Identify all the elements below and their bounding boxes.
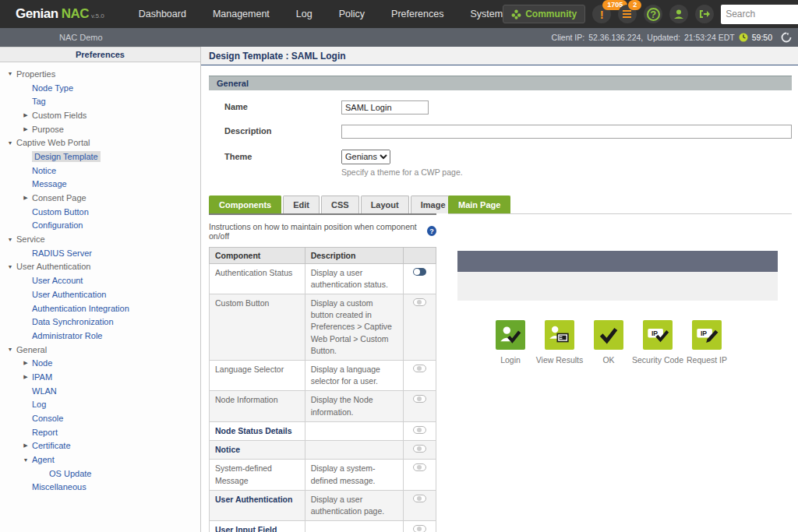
preview-button-request-ip[interactable]: IPRequest IP bbox=[691, 320, 722, 365]
app-logo[interactable]: Genian NAC v.5.0 bbox=[16, 6, 104, 22]
tab-css[interactable]: CSS bbox=[321, 196, 359, 213]
component-name: Node Status Details bbox=[210, 421, 305, 440]
sidebar-item-user-account[interactable]: User Account bbox=[0, 273, 200, 287]
sidebar-item-custom-fields[interactable]: ▶Custom Fields bbox=[0, 108, 200, 122]
expand-arrow-icon[interactable]: ▶ bbox=[22, 360, 30, 366]
sidebar-item-log[interactable]: Log bbox=[0, 398, 200, 412]
sidebar-item-consent-page[interactable]: ▶Consent Page bbox=[0, 191, 200, 205]
sidebar-item-message[interactable]: Message bbox=[0, 178, 200, 192]
preview-button-label: Request IP bbox=[687, 355, 727, 365]
collapse-arrow-icon[interactable]: ▼ bbox=[6, 237, 14, 242]
collapse-arrow-icon[interactable]: ▼ bbox=[6, 71, 14, 76]
description-field[interactable] bbox=[341, 125, 792, 139]
sidebar-item-miscellaneous[interactable]: Miscellaneous bbox=[0, 481, 200, 495]
tab-main-page[interactable]: Main Page bbox=[448, 196, 510, 213]
component-description: Display a system-defined message. bbox=[305, 460, 404, 490]
name-field[interactable] bbox=[341, 100, 429, 115]
preview-button-view-results[interactable]: View Results bbox=[544, 320, 575, 365]
messages-button[interactable]: 2 bbox=[618, 5, 637, 23]
account-button[interactable] bbox=[669, 5, 688, 23]
sidebar-item-administrator-role[interactable]: Administrator Role bbox=[0, 329, 200, 343]
sidebar-item-tag[interactable]: Tag bbox=[0, 94, 200, 108]
menu-log[interactable]: Log bbox=[296, 9, 312, 19]
component-toggle-cell bbox=[404, 421, 436, 440]
tab-edit[interactable]: Edit bbox=[283, 196, 320, 213]
table-row: System-defined MessageDisplay a system-d… bbox=[210, 460, 436, 490]
sidebar-item-authentication-integration[interactable]: Authentication Integration bbox=[0, 301, 200, 315]
expand-arrow-icon[interactable]: ▶ bbox=[22, 126, 30, 132]
page-title: Design Template : SAML Login bbox=[209, 51, 346, 62]
sidebar-item-wlan[interactable]: WLAN bbox=[0, 384, 200, 398]
preview-button-ok[interactable]: OK bbox=[593, 320, 624, 365]
sidebar-item-user-authentication[interactable]: ▼User Authentication bbox=[0, 260, 200, 274]
sidebar-item-custom-button[interactable]: Custom Button bbox=[0, 205, 200, 219]
sidebar-item-node[interactable]: ▶Node bbox=[0, 356, 200, 370]
toggle-notice-off[interactable] bbox=[413, 445, 426, 453]
expand-arrow-icon[interactable]: ▶ bbox=[22, 374, 30, 380]
menu-dashboard[interactable]: Dashboard bbox=[139, 9, 186, 19]
community-button[interactable]: Community bbox=[503, 5, 585, 23]
toggle-user-input-field-off[interactable] bbox=[413, 525, 426, 532]
sidebar-item-label: Purpose bbox=[32, 125, 64, 134]
sidebar-item-captive-web-portal[interactable]: ▼Captive Web Portal bbox=[0, 136, 200, 150]
sidebar-item-properties[interactable]: ▼Properties bbox=[0, 67, 200, 81]
toggle-custom-button-off[interactable] bbox=[413, 298, 426, 306]
sidebar-item-radius-server[interactable]: RADIUS Server bbox=[0, 246, 200, 260]
toggle-language-selector-off[interactable] bbox=[413, 365, 426, 372]
expand-arrow-icon[interactable]: ▶ bbox=[22, 442, 30, 449]
sidebar-item-data-synchronization[interactable]: Data Synchronization bbox=[0, 315, 200, 329]
collapse-arrow-icon[interactable]: ▼ bbox=[6, 347, 14, 352]
column-header-component: Component bbox=[210, 247, 305, 263]
sidebar-item-os-update[interactable]: OS Update bbox=[0, 467, 200, 481]
table-row: User Input Field bbox=[210, 521, 436, 532]
component-toggle-cell bbox=[404, 263, 436, 294]
toggle-system-defined-message-off[interactable] bbox=[413, 463, 426, 471]
sidebar-item-report[interactable]: Report bbox=[0, 425, 200, 439]
sidebar-item-general[interactable]: ▼General bbox=[0, 343, 200, 357]
sidebar-item-notice[interactable]: Notice bbox=[0, 164, 200, 178]
refresh-icon[interactable] bbox=[781, 32, 792, 43]
table-row: Node InformationDisplay the Node informa… bbox=[210, 391, 436, 421]
sidebar-item-certificate[interactable]: ▶Certificate bbox=[0, 439, 200, 453]
view-results-icon bbox=[545, 320, 574, 350]
tab-layout[interactable]: Layout bbox=[361, 196, 409, 213]
sidebar-item-design-template[interactable]: Design Template bbox=[0, 150, 200, 164]
sidebar-item-label: Service bbox=[16, 234, 45, 244]
collapse-arrow-icon[interactable]: ▼ bbox=[6, 140, 14, 146]
preview-button-login[interactable]: Login bbox=[495, 320, 526, 365]
general-section-title: General bbox=[217, 79, 249, 88]
menu-system[interactable]: System bbox=[470, 9, 503, 19]
menu-management[interactable]: Management bbox=[213, 9, 270, 19]
theme-select[interactable]: Genians bbox=[341, 150, 390, 164]
help-button[interactable]: ? bbox=[644, 5, 662, 23]
collapse-arrow-icon[interactable]: ▼ bbox=[6, 264, 14, 270]
tab-components[interactable]: Components bbox=[209, 196, 281, 213]
toggle-user-authentication-off[interactable] bbox=[413, 495, 426, 502]
menu-policy[interactable]: Policy bbox=[339, 9, 365, 19]
expand-arrow-icon[interactable]: ▶ bbox=[22, 112, 30, 118]
toggle-node-status-details-off[interactable] bbox=[413, 426, 426, 434]
toggle-node-information-off[interactable] bbox=[413, 395, 426, 403]
component-name: Authentication Status bbox=[210, 263, 305, 294]
sidebar-item-node-type[interactable]: Node Type bbox=[0, 81, 200, 95]
sidebar-item-configuration[interactable]: Configuration bbox=[0, 219, 200, 233]
sidebar-item-ipam[interactable]: ▶IPAM bbox=[0, 370, 200, 384]
toggle-authentication-status-on[interactable] bbox=[413, 268, 426, 276]
sidebar-item-console[interactable]: Console bbox=[0, 411, 200, 425]
sidebar-item-purpose[interactable]: ▶Purpose bbox=[0, 122, 200, 136]
collapse-arrow-icon[interactable]: ▼ bbox=[22, 457, 30, 463]
logout-button[interactable] bbox=[695, 5, 714, 23]
sidebar-item-label: RADIUS Server bbox=[32, 248, 92, 258]
preview-tabs: Main Page bbox=[448, 196, 792, 213]
alerts-button[interactable]: ! 1705 bbox=[592, 5, 611, 23]
sidebar-item-agent[interactable]: ▼Agent bbox=[0, 453, 200, 467]
sidebar-item-service[interactable]: ▼Service bbox=[0, 232, 200, 246]
help-circle-icon[interactable]: ? bbox=[427, 226, 436, 236]
preview-button-security-code[interactable]: IPSecurity Code bbox=[642, 320, 673, 365]
expand-arrow-icon[interactable]: ▶ bbox=[22, 195, 30, 201]
search-input[interactable] bbox=[726, 9, 798, 19]
components-column: ComponentsEditCSSLayoutImage Instruction… bbox=[209, 196, 436, 532]
component-toggle-cell bbox=[404, 521, 436, 532]
sidebar-item-user-authentication[interactable]: User Authentication bbox=[0, 287, 200, 301]
menu-preferences[interactable]: Preferences bbox=[391, 9, 443, 19]
